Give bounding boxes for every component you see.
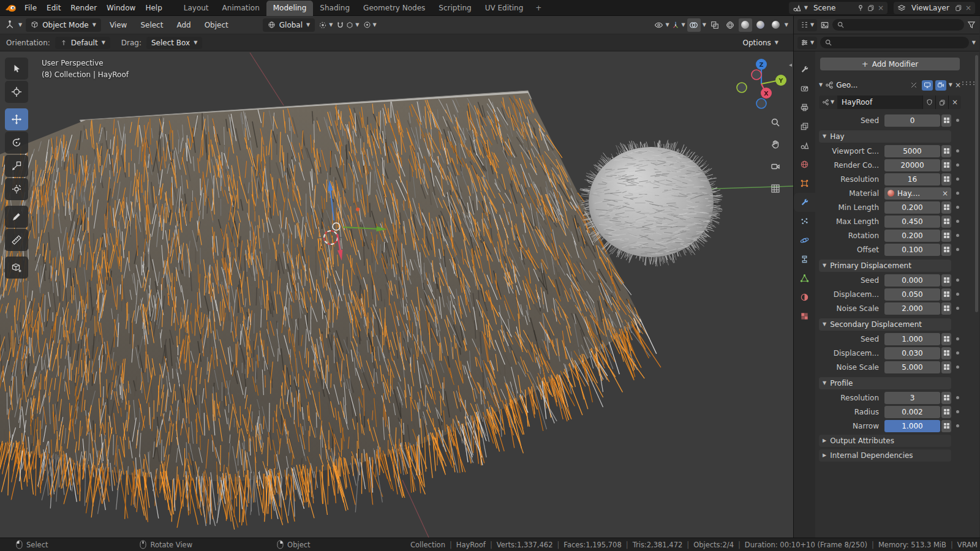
chevron-down-icon[interactable]: ▼ [819,83,823,88]
add-workspace-button[interactable]: + [530,1,547,16]
tab-object[interactable] [794,174,815,193]
new-scene-icon[interactable] [867,4,875,12]
material-field[interactable]: Hay....× [884,187,951,200]
remove-modifier-button[interactable]: × [955,81,961,89]
menu-file[interactable]: File [20,0,42,16]
animate-property-dot[interactable] [954,206,961,209]
animate-property-dot[interactable] [954,119,961,122]
tool-move[interactable] [5,108,28,130]
axis-z-neg-ball[interactable] [756,99,766,108]
axis-x-neg-ball[interactable] [752,70,761,80]
new-viewlayer-icon[interactable] [955,4,962,12]
properties-search-input[interactable] [820,37,969,48]
input-attribute-toggle[interactable] [941,347,951,359]
panel-profile[interactable]: ▼Profile [819,377,951,389]
tool-rotate[interactable] [5,132,28,154]
input-attribute-toggle[interactable] [941,230,951,242]
tool-annotate[interactable] [5,206,28,228]
tab-texture[interactable] [794,307,815,326]
scene-selector[interactable]: ▼ Scene × [789,2,888,14]
blender-logo-icon[interactable] [4,2,17,14]
shading-wireframe-button[interactable] [723,18,737,32]
workspace-tab-geometry-nodes[interactable]: Geometry Nodes [356,1,432,16]
viewlayer-selector[interactable]: ViewLayer × [894,2,975,14]
options-dropdown[interactable]: Options ▼ [738,37,783,49]
modifier-extras-dropdown[interactable]: ▼ [949,83,952,88]
value-field[interactable]: 0.002 [884,406,940,418]
animate-property-dot[interactable] [954,410,961,413]
tool-scale[interactable] [5,155,28,177]
camera-view-button[interactable] [768,159,783,174]
node-group-name-field[interactable]: HayRoof [837,96,922,109]
animate-property-dot[interactable] [954,365,961,369]
workspace-tab-scripting[interactable]: Scripting [432,1,478,16]
animate-property-dot[interactable] [954,234,961,237]
modifier-header[interactable]: ▼ Geo... ▼ × [819,78,961,92]
shading-rendered-button[interactable] [769,18,783,32]
animate-property-dot[interactable] [954,351,961,354]
input-attribute-toggle[interactable] [941,333,951,345]
pin-icon[interactable] [857,4,864,12]
snap-toggle-group[interactable]: ▼ [336,21,359,29]
panel-output-attributes[interactable]: ▶Output Attributes [819,435,951,447]
display-mode-icon[interactable] [820,21,829,29]
menu-object[interactable]: Object [200,17,233,33]
input-attribute-toggle[interactable] [941,244,951,256]
tab-render[interactable] [794,79,815,98]
menu-edit[interactable]: Edit [42,0,66,16]
tab-material[interactable] [794,288,815,307]
value-field[interactable]: 16 [884,173,940,186]
menu-render[interactable]: Render [66,0,102,16]
unlink-scene-icon[interactable]: × [878,4,884,12]
navigation-gizmo[interactable]: Z Y X [734,56,789,111]
workspace-tab-animation[interactable]: Animation [216,1,266,16]
animate-property-dot[interactable] [954,178,961,181]
tab-object-data[interactable] [794,269,815,288]
chevron-down-icon[interactable]: ▼ [785,23,788,28]
value-field[interactable]: 0.200 [884,230,940,242]
panel-primary-displacement[interactable]: ▼Primary Displacement [819,260,951,272]
value-field[interactable]: 0 [884,114,940,127]
edit-mode-display-toggle[interactable] [908,80,919,91]
viewport-canvas[interactable] [0,51,793,538]
value-field[interactable]: 0.030 [884,347,940,359]
tab-tool[interactable] [794,60,815,79]
tool-add-cube[interactable] [5,257,28,279]
value-field[interactable]: 0.000 [884,274,940,287]
unlink-node-group-icon[interactable]: × [948,96,961,109]
input-attribute-toggle[interactable] [941,392,951,404]
value-field[interactable]: 5.000 [884,361,940,373]
workspace-tab-uv-editing[interactable]: UV Editing [478,1,530,16]
chevron-down-icon[interactable]: ▼ [972,40,976,45]
value-field[interactable]: 20000 [884,159,940,171]
mode-dropdown[interactable]: Object Mode ▼ [26,18,101,32]
animate-property-dot[interactable] [954,192,961,195]
panel-hay[interactable]: ▼Hay [819,130,951,143]
browse-node-group-button[interactable]: ▼ [819,96,837,109]
menu-select[interactable]: Select [135,17,168,33]
properties-editor-type[interactable]: ▼ [797,37,817,49]
tab-world[interactable] [794,155,815,174]
viewport-3d[interactable]: User Perspective (8) Collection | HayRoo… [0,51,793,538]
outliner-editor-type[interactable]: ▼ [797,19,817,31]
value-field[interactable]: 0.050 [884,288,940,301]
transform-orientation-dropdown[interactable]: Global ▼ [263,18,315,32]
value-field[interactable]: 3 [884,392,940,404]
animate-property-dot[interactable] [954,396,961,399]
input-attribute-toggle[interactable] [941,288,951,301]
value-field[interactable]: 0.100 [884,244,940,256]
menu-add[interactable]: Add [172,17,195,33]
tab-modifiers[interactable] [794,193,815,212]
viewport-display-toggle[interactable] [922,80,933,91]
menu-view[interactable]: View [105,17,132,33]
sidebar-toggle-arrow[interactable]: ◂ [789,61,792,68]
value-field[interactable]: 2.000 [884,302,940,315]
properties-scrollbar[interactable] [975,55,978,312]
tool-cursor[interactable] [5,81,28,103]
panel-secondary-displacement[interactable]: ▼Secondary Displacement [819,318,951,331]
animate-property-dot[interactable] [954,337,961,340]
input-attribute-toggle[interactable] [941,216,951,228]
menu-window[interactable]: Window [102,0,140,16]
animate-property-dot[interactable] [954,424,961,427]
drag-dropdown[interactable]: Select Box ▼ [146,37,202,49]
